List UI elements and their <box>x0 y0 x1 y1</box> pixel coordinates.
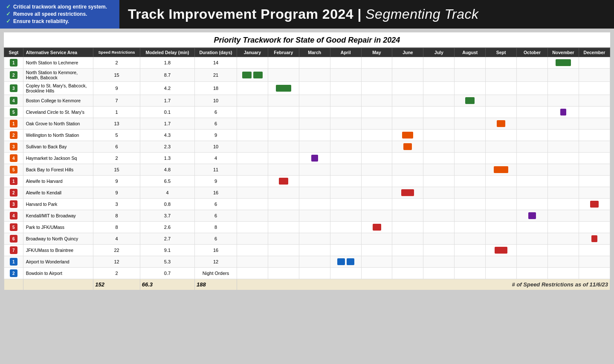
segt-cell: 2 <box>4 69 23 82</box>
segt-cell: 5 <box>4 107 23 118</box>
month-cell-3 <box>330 141 361 153</box>
delay-cell: 1.3 <box>140 153 194 164</box>
month-cell-5 <box>392 57 423 69</box>
month-cell-6 <box>423 176 455 187</box>
gantt-bar <box>347 258 354 265</box>
seg-badge: 4 <box>10 154 17 162</box>
month-cell-10 <box>547 176 579 187</box>
seg-badge: 7 <box>10 246 17 254</box>
service-name-cell: Alewife to Harvard <box>23 176 93 187</box>
month-cell-4 <box>361 57 392 69</box>
duration-cell: 4 <box>195 153 237 164</box>
month-cell-5 <box>392 95 423 107</box>
month-cell-2 <box>299 245 330 256</box>
seg-badge: 4 <box>10 212 17 220</box>
table-title: Priority Trackwork for State of Good Rep… <box>4 32 610 48</box>
month-cell-3 <box>330 95 361 107</box>
month-cell-0 <box>237 107 268 118</box>
duration-cell: 9 <box>195 176 237 187</box>
speed-cell: 7 <box>93 95 140 107</box>
delay-cell: 0.8 <box>140 199 194 210</box>
tfoot-duration: 188 <box>195 279 237 290</box>
month-cell-8 <box>486 153 517 164</box>
month-cell-7 <box>455 57 486 69</box>
month-cell-4 <box>361 130 392 141</box>
col-header-august: August <box>455 48 486 57</box>
month-cell-9 <box>517 210 548 222</box>
col-header-modeled-delay-(min): Modeled Delay (min) <box>140 48 194 57</box>
month-cell-9 <box>517 141 548 153</box>
service-name-cell: Alewife to Kendall <box>23 187 93 199</box>
gantt-bar <box>373 224 381 231</box>
month-cell-9 <box>517 222 548 233</box>
delay-cell: 4.2 <box>140 82 194 95</box>
speed-cell: 2 <box>93 268 140 279</box>
duration-cell: 18 <box>195 82 237 95</box>
month-cell-7 <box>455 268 486 279</box>
month-cell-8 <box>486 210 517 222</box>
month-cell-5 <box>392 199 423 210</box>
month-cell-6 <box>423 164 455 176</box>
month-cell-5 <box>392 268 423 279</box>
segt-cell: 4 <box>4 95 23 107</box>
segt-cell: 1 <box>4 57 23 69</box>
month-cell-5 <box>392 107 423 118</box>
segt-cell: 2 <box>4 268 23 279</box>
delay-cell: 2.6 <box>140 222 194 233</box>
duration-cell: 16 <box>195 187 237 199</box>
gantt-bar <box>242 72 252 78</box>
month-cell-7 <box>455 82 486 95</box>
service-name-cell: Wellington to North Station <box>23 130 93 141</box>
gantt-bar <box>495 247 507 254</box>
month-cell-8 <box>486 57 517 69</box>
month-cell-8 <box>486 130 517 141</box>
month-cell-8 <box>486 233 517 245</box>
month-cell-11 <box>579 57 610 69</box>
month-cell-4 <box>361 118 392 130</box>
seg-badge: 3 <box>10 143 17 150</box>
tfoot-service <box>23 279 93 290</box>
month-cell-10 <box>547 107 579 118</box>
service-name-cell: Copley to St. Mary's, Babcock, Brookline… <box>23 82 93 95</box>
month-cell-6 <box>423 82 455 95</box>
duration-cell: 12 <box>195 256 237 268</box>
month-cell-2 <box>299 256 330 268</box>
table-row: 1North Station to Lechmere21.814 <box>4 57 610 69</box>
month-cell-3 <box>330 222 361 233</box>
title-italic: Segmenting Track <box>365 6 478 22</box>
month-cell-3 <box>330 199 361 210</box>
segt-cell: 4 <box>4 153 23 164</box>
month-cell-5 <box>392 176 423 187</box>
month-cell-4 <box>361 233 392 245</box>
delay-cell: 2.7 <box>140 233 194 245</box>
month-cell-1 <box>268 164 299 176</box>
month-cell-11 <box>579 141 610 153</box>
month-cell-1 <box>268 187 299 199</box>
month-cell-8 <box>486 176 517 187</box>
gantt-bar <box>337 258 345 265</box>
month-cell-0 <box>237 95 268 107</box>
month-cell-6 <box>423 268 455 279</box>
month-cell-5 <box>392 153 423 164</box>
delay-cell: 0.1 <box>140 107 194 118</box>
month-cell-7 <box>455 222 486 233</box>
speed-cell: 15 <box>93 69 140 82</box>
month-cell-2 <box>299 82 330 95</box>
delay-cell: 1.7 <box>140 95 194 107</box>
service-name-cell: Broadway to North Quincy <box>23 233 93 245</box>
month-cell-0 <box>237 176 268 187</box>
month-cell-2 <box>299 176 330 187</box>
check-item: Critical trackwork along entire system. <box>6 3 113 10</box>
month-cell-0 <box>237 164 268 176</box>
delay-cell: 2.3 <box>140 141 194 153</box>
month-cell-8 <box>486 69 517 82</box>
title-normal: Track Improvement Program 2024 | <box>128 6 365 22</box>
month-cell-11 <box>579 130 610 141</box>
table-row: 1Oak Grove to North Station131.76 <box>4 118 610 130</box>
month-cell-4 <box>361 176 392 187</box>
month-cell-1 <box>268 107 299 118</box>
month-cell-11 <box>579 199 610 210</box>
month-cell-5 <box>392 141 423 153</box>
month-cell-5 <box>392 187 423 199</box>
month-cell-4 <box>361 164 392 176</box>
